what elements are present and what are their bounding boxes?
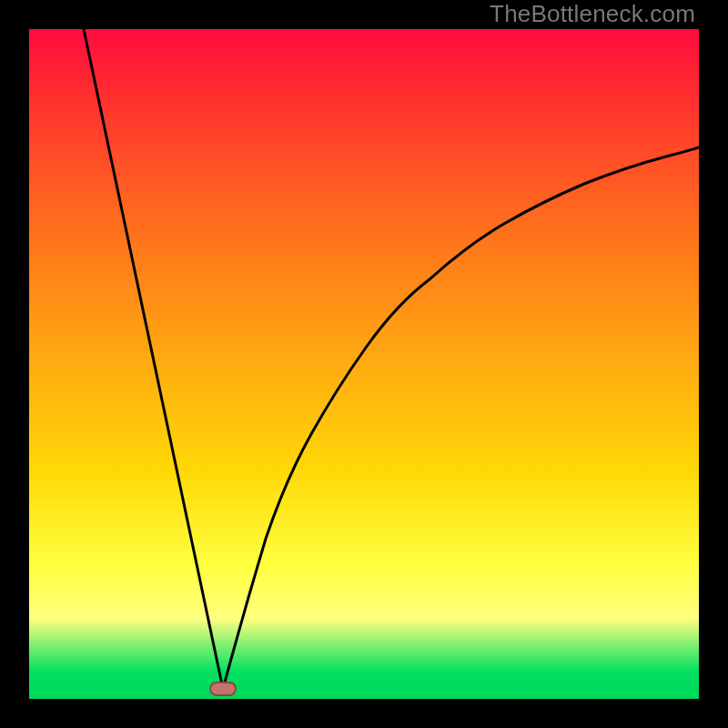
watermark-label: TheBottleneck.com: [490, 0, 695, 28]
chart-curve-layer: [29, 29, 699, 699]
vertex-marker: [210, 682, 236, 695]
left-branch-curve: [84, 29, 223, 689]
chart-frame: TheBottleneck.com: [0, 0, 728, 728]
right-branch-curve: [223, 147, 699, 689]
